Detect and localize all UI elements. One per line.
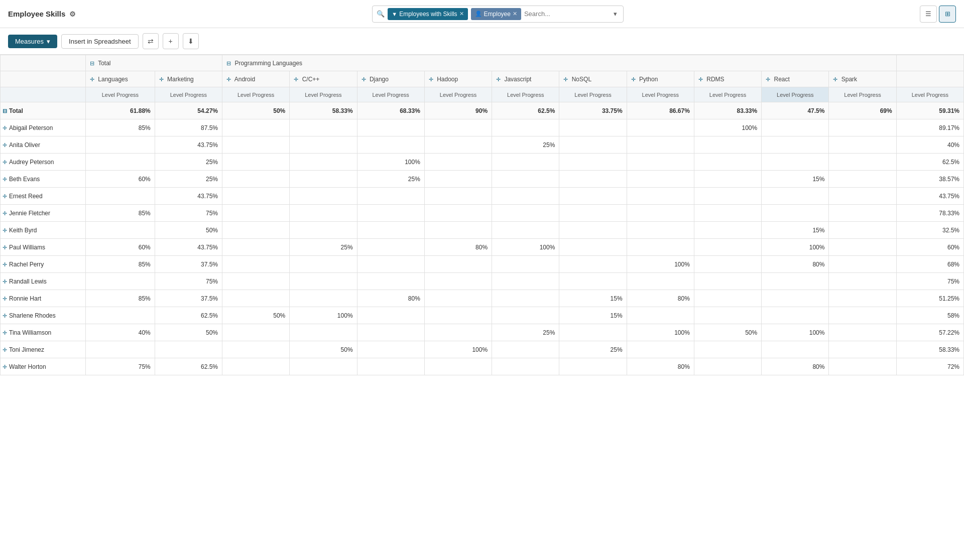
row-expand-icon[interactable]: ✛: [3, 278, 7, 285]
insert-spreadsheet-button[interactable]: Insert in Spreadsheet: [61, 34, 139, 49]
programming-expand-icon[interactable]: ⊟: [226, 60, 231, 66]
android-expand-icon[interactable]: ✛: [226, 76, 231, 82]
nosql-expand-icon[interactable]: ✛: [563, 76, 568, 82]
cpp-expand-icon[interactable]: ✛: [294, 76, 298, 82]
cell-r12-c7: [559, 324, 627, 341]
row-expand-icon[interactable]: ✛: [3, 227, 7, 233]
total-row-expand-icon[interactable]: ⊟: [3, 108, 7, 114]
cell-r2-c4: 100%: [357, 154, 424, 171]
table-container: ⊟ Total ⊟ Programming Languages ✛ Langua…: [0, 55, 964, 375]
row-expand-icon[interactable]: ✛: [3, 210, 7, 216]
col-react: ✛ React: [762, 71, 829, 87]
filter-chip-employees-with-skills[interactable]: ▼ Employees with Skills ✕: [388, 8, 467, 20]
row-expand-icon[interactable]: ✛: [3, 159, 7, 165]
cell-r14-c0: 75%: [86, 358, 155, 375]
grid-view-button[interactable]: ⊞: [939, 6, 956, 23]
employee-name: Keith Byrd: [9, 227, 37, 234]
filter-settings-button[interactable]: ⇄: [143, 33, 159, 49]
close-filter-chip-icon[interactable]: ✕: [459, 11, 464, 17]
app-title: Employee Skills ⚙: [8, 10, 76, 18]
employee-name: Anita Oliver: [9, 142, 40, 149]
marketing-expand-icon[interactable]: ✛: [159, 76, 164, 82]
cell-r7-c8: [627, 239, 694, 256]
cell-r10-c6: [492, 290, 559, 307]
table-row: ✛Ronnie Hart85%37.5%80%15%80%51.25%: [1, 290, 964, 307]
table-row: ✛Anita Oliver43.75%25%40%: [1, 136, 964, 154]
cell-r4-c5: [424, 188, 492, 205]
download-button[interactable]: ⬇: [183, 33, 199, 49]
row-expand-icon[interactable]: ✛: [3, 176, 7, 182]
cell-r3-c4: 25%: [357, 171, 424, 188]
react-expand-icon[interactable]: ✛: [766, 76, 770, 82]
measures-button[interactable]: Measures ▾: [8, 35, 57, 48]
total-expand-icon[interactable]: ⊟: [90, 60, 94, 66]
cell-r1-c3: [290, 136, 357, 154]
row-expand-icon[interactable]: ✛: [3, 193, 7, 199]
hadoop-expand-icon[interactable]: ✛: [429, 76, 433, 82]
cell-r13-c1: [155, 341, 222, 358]
title-text: Employee Skills: [8, 10, 65, 18]
empty-header-1: [1, 55, 86, 71]
row-expand-icon[interactable]: ✛: [3, 261, 7, 267]
row-expand-icon[interactable]: ✛: [3, 330, 7, 336]
cell-r7-c7: [559, 239, 627, 256]
cell-r10-c2: [222, 290, 290, 307]
measure-total: Level Progress: [896, 87, 963, 102]
cell-r12-c0: 40%: [86, 324, 155, 341]
cell-r12-c5: [424, 324, 492, 341]
python-expand-icon[interactable]: ✛: [631, 76, 636, 82]
employee-name: Ernest Reed: [9, 193, 43, 200]
cell-r3-c5: [424, 171, 492, 188]
add-button[interactable]: +: [163, 33, 179, 49]
last-group-header: [896, 55, 963, 71]
cell-r13-c2: [222, 341, 290, 358]
cell-r13-c12: 58.33%: [896, 341, 963, 358]
cell-r11-c10: [762, 307, 829, 324]
row-expand-icon[interactable]: ✛: [3, 125, 7, 131]
filter-chip-employee[interactable]: 👤 Employee ✕: [471, 8, 521, 20]
cell-r10-c7: 15%: [559, 290, 627, 307]
cell-r12-c1: 50%: [155, 324, 222, 341]
cell-r7-c6: 100%: [492, 239, 559, 256]
cell-r4-c6: [492, 188, 559, 205]
cell-r8-c8: 100%: [627, 256, 694, 273]
row-expand-icon[interactable]: ✛: [3, 347, 7, 353]
cell-r0-c0: 85%: [86, 119, 155, 136]
cell-r2-c5: [424, 154, 492, 171]
cell-r10-c9: [694, 290, 761, 307]
search-input[interactable]: [524, 10, 609, 18]
row-expand-icon[interactable]: ✛: [3, 244, 7, 250]
cell-r5-c2: [222, 205, 290, 222]
cell-r2-c0: [86, 154, 155, 171]
spark-expand-icon[interactable]: ✛: [833, 76, 837, 82]
table-row: ✛Abigail Peterson85%87.5%100%89.17%: [1, 119, 964, 136]
search-bar: 🔍 ▼ Employees with Skills ✕ 👤 Employee ✕…: [372, 6, 624, 23]
column-header-row: ✛ Languages ✛ Marketing ✛ Android ✛ C/C+…: [1, 71, 964, 87]
total-cell-4: 68.33%: [357, 102, 424, 119]
cell-r9-c12: 75%: [896, 273, 963, 290]
employee-name: Sharlene Rhodes: [9, 312, 56, 319]
measure-react: Level Progress: [762, 87, 829, 102]
cell-r10-c8: 80%: [627, 290, 694, 307]
cell-r3-c11: [829, 171, 896, 188]
row-expand-icon[interactable]: ✛: [3, 313, 7, 319]
close-employee-chip-icon[interactable]: ✕: [513, 11, 517, 17]
javascript-expand-icon[interactable]: ✛: [496, 76, 501, 82]
cell-r10-c10: [762, 290, 829, 307]
programming-group-label: Programming Languages: [234, 60, 302, 67]
search-dropdown-icon[interactable]: ▾: [612, 9, 619, 19]
cell-r12-c4: [357, 324, 424, 341]
django-expand-icon[interactable]: ✛: [362, 76, 366, 82]
cell-r10-c11: [829, 290, 896, 307]
row-expand-icon[interactable]: ✛: [3, 142, 7, 148]
rdms-expand-icon[interactable]: ✛: [698, 76, 703, 82]
list-view-button[interactable]: ☰: [920, 6, 937, 23]
cell-r8-c12: 68%: [896, 256, 963, 273]
row-expand-icon[interactable]: ✛: [3, 296, 7, 302]
gear-icon[interactable]: ⚙: [69, 10, 76, 18]
cell-r14-c9: [694, 358, 761, 375]
cell-r2-c11: [829, 154, 896, 171]
row-expand-icon[interactable]: ✛: [3, 364, 7, 370]
employee-name: Tina Williamson: [9, 329, 51, 336]
languages-expand-icon[interactable]: ✛: [90, 76, 94, 82]
